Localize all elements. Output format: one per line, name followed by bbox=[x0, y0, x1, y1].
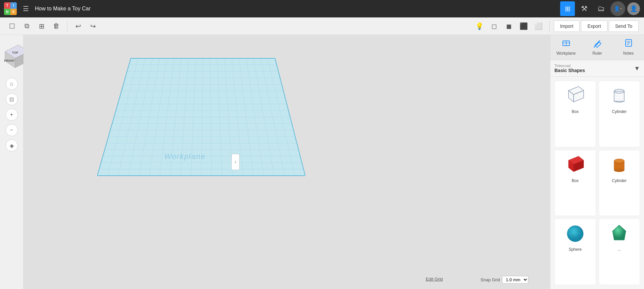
box-solid-svg bbox=[564, 153, 587, 176]
tab-workplane-label: Workplane bbox=[556, 51, 576, 56]
box-solid-label: Box bbox=[572, 178, 579, 183]
topbar: T I N K ☰ How to Make a Toy Car ⊞ ⚒ 🗂 👤+… bbox=[0, 0, 644, 17]
copy-paste-button[interactable]: ⧉ bbox=[20, 19, 34, 33]
duplicate-button[interactable]: ⊞ bbox=[35, 19, 48, 33]
build-view-button[interactable]: ⚒ bbox=[577, 1, 592, 16]
main-toolbar: ☐ ⧉ ⊞ 🗑 ↩ ↪ 💡 ◻ ◼ ⬛ ⬜ Import Export Send… bbox=[0, 17, 644, 35]
add-user-button[interactable]: 👤+ bbox=[610, 1, 625, 16]
sphere-label: Sphere bbox=[569, 247, 582, 252]
workspace[interactable]: Workplane Edit Grid Snap Grid 1.0 mm 0.5… bbox=[23, 35, 550, 289]
tab-workplane[interactable]: Workplane bbox=[550, 35, 582, 60]
new-button[interactable]: ☐ bbox=[5, 19, 19, 33]
zoom-in-button[interactable]: + bbox=[6, 109, 18, 121]
svg-point-70 bbox=[614, 159, 624, 163]
notes-icon-svg bbox=[624, 38, 633, 48]
workplane-grid-container: Workplane bbox=[97, 55, 305, 179]
delete-button[interactable]: 🗑 bbox=[50, 19, 63, 33]
avatar-button[interactable]: 👤 bbox=[627, 2, 640, 15]
edit-grid-button[interactable]: Edit Grid bbox=[426, 277, 443, 282]
logo-i: I bbox=[10, 2, 17, 9]
home-view-button[interactable]: ⌂ bbox=[6, 78, 18, 90]
cylinder-wireframe-icon bbox=[607, 84, 631, 107]
shape-item-box-solid[interactable]: Box bbox=[554, 150, 596, 216]
toolbar-right: 💡 ◻ ◼ ⬛ ⬜ Import Export Send To bbox=[473, 19, 639, 33]
svg-point-72 bbox=[567, 226, 583, 242]
workplane-tab-icon bbox=[561, 38, 571, 50]
sphere-svg bbox=[564, 222, 587, 245]
box-wireframe-icon bbox=[564, 84, 587, 107]
svg-text:Workplane: Workplane bbox=[164, 152, 206, 161]
perspective-button[interactable]: ◈ bbox=[6, 139, 18, 152]
tab-notes[interactable]: Notes bbox=[613, 35, 644, 60]
mirror-button[interactable]: ⬜ bbox=[532, 19, 545, 33]
svg-marker-75 bbox=[612, 225, 626, 240]
left-panel: TOP FRONT ⌂ ⊡ + − ◈ bbox=[0, 35, 23, 289]
sendto-button[interactable]: Send To bbox=[609, 20, 639, 32]
shape-outline-button[interactable]: ◻ bbox=[488, 19, 501, 33]
tinkercad-logo[interactable]: T I N K bbox=[4, 2, 17, 15]
tab-notes-label: Notes bbox=[623, 51, 634, 56]
snap-grid-bar: Snap Grid 1.0 mm 0.5 mm 2.0 mm bbox=[480, 276, 528, 284]
box-solid-icon bbox=[564, 153, 587, 176]
shape-item-cylinder-solid[interactable]: Cylinder bbox=[599, 150, 640, 216]
logo-k: K bbox=[10, 9, 17, 15]
panel-collapse-toggle[interactable]: › bbox=[231, 154, 239, 170]
box-wireframe-svg bbox=[564, 84, 587, 107]
shape-item-cylinder-wireframe[interactable]: Cylinder bbox=[599, 81, 640, 147]
ruler-icon-svg bbox=[593, 38, 602, 48]
topbar-right-controls: ⊞ ⚒ 🗂 👤+ 👤 bbox=[560, 1, 640, 16]
shape-item-sphere[interactable]: Sphere bbox=[554, 219, 596, 285]
project-title[interactable]: How to Make a Toy Car bbox=[35, 6, 556, 12]
light-button[interactable]: 💡 bbox=[473, 19, 486, 33]
undo-button[interactable]: ↩ bbox=[71, 19, 85, 33]
fit-view-button[interactable]: ⊡ bbox=[6, 93, 18, 105]
shapes-dropdown-button[interactable]: ▼ bbox=[634, 65, 640, 72]
misc-label: ... bbox=[618, 247, 621, 252]
svg-text:FRONT: FRONT bbox=[4, 59, 15, 62]
snap-grid-label: Snap Grid bbox=[480, 277, 500, 282]
tab-ruler[interactable]: Ruler bbox=[582, 35, 613, 60]
shapes-category-label: Basic Shapes bbox=[554, 68, 631, 73]
cylinder-solid-icon bbox=[607, 153, 631, 176]
ruler-tab-icon bbox=[593, 38, 602, 50]
shape-item-box-wireframe[interactable]: Box bbox=[554, 81, 596, 147]
shape-item-misc[interactable]: ... bbox=[599, 219, 640, 285]
snap-grid-select[interactable]: 1.0 mm 0.5 mm 2.0 mm bbox=[502, 276, 528, 284]
import-button[interactable]: Import bbox=[554, 20, 580, 32]
toolbar-separator-2 bbox=[549, 21, 550, 31]
svg-text:TOP: TOP bbox=[12, 51, 18, 54]
logo-t: T bbox=[4, 2, 10, 9]
svg-point-65 bbox=[614, 89, 624, 93]
grid-view-button[interactable]: ⊞ bbox=[560, 1, 575, 16]
cylinder-solid-label: Cylinder bbox=[612, 178, 627, 183]
shapes-grid: Box Cylinder bbox=[550, 77, 644, 289]
shapes-header: Tinkercad Basic Shapes ▼ bbox=[550, 60, 644, 77]
right-panel: Workplane Ruler bbox=[550, 35, 644, 289]
document-icon: ☰ bbox=[23, 5, 29, 13]
tab-ruler-label: Ruler bbox=[592, 51, 602, 56]
workplane-svg: Workplane bbox=[97, 55, 305, 179]
shape-solid-button[interactable]: ◼ bbox=[502, 19, 516, 33]
svg-line-53 bbox=[596, 47, 597, 48]
file-view-button[interactable]: 🗂 bbox=[594, 1, 608, 16]
svg-point-71 bbox=[614, 169, 624, 172]
cylinder-wireframe-svg bbox=[607, 84, 631, 107]
shapes-source-label: Tinkercad bbox=[554, 64, 631, 68]
workplane-icon-svg bbox=[561, 38, 571, 48]
redo-button[interactable]: ↪ bbox=[86, 19, 100, 33]
align-button[interactable]: ⬛ bbox=[517, 19, 531, 33]
misc-icon bbox=[607, 222, 631, 245]
box-wireframe-label: Box bbox=[572, 109, 579, 114]
notes-tab-icon bbox=[624, 38, 633, 50]
toolbar-separator-1 bbox=[67, 21, 67, 31]
cylinder-wireframe-label: Cylinder bbox=[612, 109, 627, 114]
cylinder-solid-svg bbox=[607, 153, 631, 176]
svg-line-54 bbox=[596, 46, 597, 46]
sphere-icon bbox=[564, 222, 587, 245]
right-panel-tabs: Workplane Ruler bbox=[550, 35, 644, 60]
misc-svg bbox=[607, 222, 631, 245]
main-area: TOP FRONT ⌂ ⊡ + − ◈ bbox=[0, 35, 644, 289]
zoom-out-button[interactable]: − bbox=[6, 124, 18, 136]
logo-n: N bbox=[4, 9, 10, 15]
export-button[interactable]: Export bbox=[581, 20, 607, 32]
